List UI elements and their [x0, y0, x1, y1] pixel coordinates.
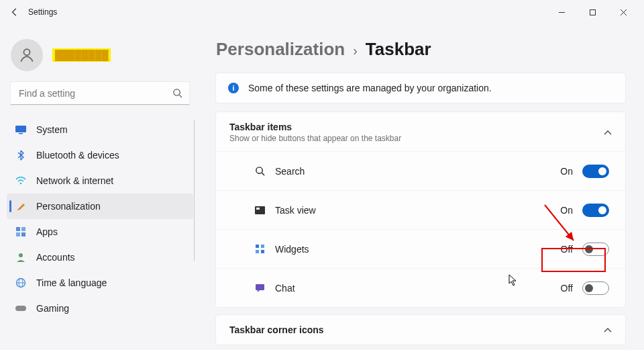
sidebar-item-label: Personalization	[36, 201, 101, 212]
toggle-state: On	[560, 166, 573, 177]
chevron-up-icon	[604, 327, 612, 333]
sidebar-item-network[interactable]: Network & internet	[7, 168, 193, 193]
row-label: Chat	[275, 283, 295, 294]
svg-rect-19	[255, 206, 265, 214]
svg-rect-21	[256, 245, 259, 248]
sidebar-item-label: System	[36, 124, 68, 135]
svg-line-18	[262, 173, 264, 175]
svg-rect-23	[256, 250, 259, 253]
toggle-search[interactable]	[582, 165, 609, 178]
banner-text: Some of these settings are managed by yo…	[248, 83, 492, 93]
cursor-icon	[508, 274, 518, 286]
row-chat: Chat Off	[216, 268, 625, 307]
sidebar-item-bluetooth[interactable]: Bluetooth & devices	[7, 142, 193, 168]
globe-clock-icon	[15, 277, 27, 289]
avatar	[11, 39, 43, 71]
minimize-button[interactable]	[546, 2, 577, 22]
row-widgets: Widgets Off	[216, 229, 625, 268]
maximize-button[interactable]	[577, 2, 608, 22]
svg-rect-6	[19, 133, 23, 134]
sidebar-item-apps[interactable]: Apps	[7, 219, 193, 245]
chevron-right-icon: ›	[353, 43, 358, 58]
svg-point-7	[20, 183, 22, 185]
section-title: Taskbar items	[229, 122, 401, 132]
sidebar-item-label: Network & internet	[36, 175, 113, 186]
content: Personalization › Taskbar i Some of thes…	[200, 24, 644, 350]
svg-rect-9	[21, 227, 25, 231]
svg-rect-22	[261, 245, 264, 248]
close-button[interactable]	[608, 2, 639, 22]
svg-rect-8	[16, 227, 20, 231]
apps-icon	[15, 226, 27, 238]
svg-point-2	[23, 49, 30, 55]
org-managed-banner: i Some of these settings are managed by …	[216, 73, 625, 103]
svg-line-4	[179, 95, 182, 97]
toggle-widgets[interactable]	[582, 243, 609, 256]
toggle-chat[interactable]	[582, 281, 609, 295]
row-label: Task view	[275, 205, 316, 216]
svg-rect-1	[590, 9, 595, 15]
section-subtitle: Show or hide buttons that appear on the …	[229, 134, 401, 143]
row-task-view: Task view On	[216, 190, 625, 229]
back-button[interactable]	[5, 3, 24, 21]
app-title: Settings	[28, 7, 57, 17]
breadcrumb: Personalization › Taskbar	[216, 39, 625, 60]
svg-rect-5	[15, 126, 26, 132]
toggle-state: On	[560, 205, 573, 216]
sidebar-item-label: Apps	[36, 226, 58, 237]
sidebar-item-gaming[interactable]: Gaming	[7, 296, 193, 321]
titlebar: Settings	[0, 0, 644, 24]
page-title: Taskbar	[366, 39, 431, 60]
svg-rect-10	[16, 232, 20, 236]
toggle-state: Off	[561, 244, 573, 255]
toggle-task-view[interactable]	[582, 204, 609, 217]
info-icon: i	[228, 83, 239, 93]
sidebar-item-personalization[interactable]: Personalization	[7, 193, 193, 219]
section-header[interactable]: Taskbar corner icons	[216, 315, 625, 345]
row-search: Search On	[216, 151, 625, 190]
svg-rect-24	[261, 250, 264, 253]
sidebar-item-time-language[interactable]: Time & language	[7, 270, 193, 296]
sidebar-item-label: Bluetooth & devices	[36, 150, 119, 161]
sidebar-item-label: Gaming	[36, 303, 69, 314]
row-label: Widgets	[275, 244, 309, 255]
breadcrumb-parent[interactable]: Personalization	[216, 39, 345, 60]
sidebar: ████████ System Bluetooth & devices Netw…	[0, 24, 200, 350]
username-redacted: ████████	[52, 48, 111, 62]
search-icon	[254, 165, 266, 177]
user-block[interactable]: ████████	[7, 34, 193, 82]
task-view-icon	[254, 204, 266, 216]
sidebar-item-system[interactable]: System	[7, 117, 193, 142]
taskbar-items-section: Taskbar items Show or hide buttons that …	[216, 112, 625, 307]
wifi-icon	[15, 175, 27, 187]
row-label: Search	[275, 166, 305, 177]
svg-rect-16	[15, 306, 26, 311]
section-header[interactable]: Taskbar items Show or hide buttons that …	[216, 112, 625, 151]
nav: System Bluetooth & devices Network & int…	[7, 117, 193, 321]
svg-rect-11	[21, 232, 25, 236]
bluetooth-icon	[15, 149, 27, 161]
search-box[interactable]	[11, 82, 189, 105]
sidebar-item-accounts[interactable]: Accounts	[7, 245, 193, 270]
chat-icon	[254, 282, 266, 294]
display-icon	[15, 124, 27, 136]
svg-point-3	[174, 89, 180, 95]
svg-point-17	[256, 167, 262, 173]
chevron-up-icon	[604, 130, 612, 135]
svg-rect-20	[256, 208, 260, 210]
search-input[interactable]	[11, 82, 189, 105]
toggle-state: Off	[561, 283, 573, 294]
widgets-icon	[254, 243, 266, 255]
section-title: Taskbar corner icons	[229, 324, 324, 335]
search-icon	[172, 88, 182, 98]
taskbar-corner-icons-section: Taskbar corner icons	[216, 315, 625, 345]
sidebar-item-label: Time & language	[36, 277, 107, 288]
scrollbar-track[interactable]	[194, 120, 195, 261]
gamepad-icon	[15, 302, 27, 314]
sidebar-item-label: Accounts	[36, 252, 75, 263]
person-icon	[15, 251, 27, 263]
svg-point-12	[19, 253, 23, 257]
paintbrush-icon	[15, 200, 27, 212]
